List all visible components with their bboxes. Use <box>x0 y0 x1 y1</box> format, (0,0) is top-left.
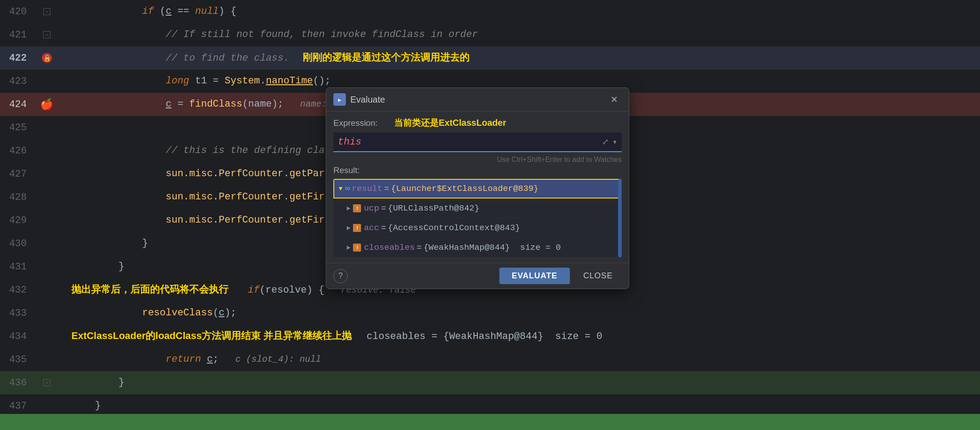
code-content-435: return c; c (slot_4): null <box>58 348 980 371</box>
code-content-436: } <box>58 371 980 394</box>
result-row-acc[interactable]: ▶ f acc = {AccessControlContext@843} <box>333 218 622 238</box>
line-number-423: 423 <box>0 76 36 87</box>
tree-expand-acc[interactable]: ▶ <box>347 224 350 232</box>
tree-expand-root[interactable]: ▼ <box>339 185 342 192</box>
dialog-title-text: Evaluate <box>350 95 385 105</box>
evaluate-dialog: ▶ Evaluate ✕ Expression: 当前类还是ExtClassLo… <box>326 87 629 289</box>
gutter-436: – <box>36 379 58 386</box>
help-button[interactable]: ? <box>333 269 348 283</box>
gutter-424: 🍎 <box>36 98 58 111</box>
footer-buttons: EVALUATE CLOSE <box>499 268 622 284</box>
result-name-ucp: ucp <box>364 203 379 213</box>
result-row-ucp[interactable]: ▶ f ucp = {URLClassPath@842} <box>333 198 622 218</box>
close-button[interactable]: CLOSE <box>574 268 622 284</box>
gutter-422: 🔒 <box>36 53 58 63</box>
tree-expand-closeables[interactable]: ▶ <box>347 244 350 251</box>
line-number-430: 430 <box>0 238 36 249</box>
result-label: Result: <box>333 165 622 175</box>
annotation-422: 刚刚的逻辑是通过这个方法调用进去的 <box>303 52 469 63</box>
dialog-body: Expression: 当前类还是ExtClassLoader this ⤢ ▾… <box>326 112 629 263</box>
evaluate-button[interactable]: EVALUATE <box>499 268 570 284</box>
status-bar <box>0 414 980 430</box>
code-line-434: 434 ExtClassLoader的loadClass方法调用结束 并且异常继… <box>0 325 980 348</box>
fold-421[interactable]: – <box>43 31 50 38</box>
result-val-acc: {AccessControlContext@843} <box>388 223 520 233</box>
code-line-421: 421 – // If still not found, then invoke… <box>0 23 980 46</box>
annotation-432: 抛出异常后，后面的代码将不会执行 <box>71 284 228 295</box>
result-eq-closeables: = <box>416 243 421 252</box>
line-number-424: 424 <box>0 99 36 110</box>
code-content-434: ExtClassLoader的loadClass方法调用结束 并且异常继续往上抛… <box>58 324 980 348</box>
result-eq-acc: = <box>381 223 386 233</box>
result-val-root: {Launcher$ExtClassLoader@839} <box>391 184 539 194</box>
line-number-433: 433 <box>0 308 36 319</box>
line-number-436: 436 <box>0 377 36 389</box>
result-name-closeables: closeables <box>364 243 415 252</box>
result-row-root[interactable]: ▼ ∞ result = {Launcher$ExtClassLoader@83… <box>333 179 622 198</box>
expression-hint: Use Ctrl+Shift+Enter to add to Watches <box>333 154 622 165</box>
expression-annotation: 当前类还是ExtClassLoader <box>394 117 506 129</box>
result-eq-ucp: = <box>381 203 386 213</box>
code-content-421: // If still not found, then invoke findC… <box>58 23 980 46</box>
dialog-footer: ? EVALUATE CLOSE <box>326 263 629 289</box>
dialog-title-row: ▶ Evaluate <box>333 93 385 106</box>
gutter-420: – <box>36 8 58 15</box>
result-name-root: result <box>352 184 382 194</box>
code-line-436: 436 – } <box>0 371 980 394</box>
field-icon-acc: f <box>353 224 361 232</box>
result-tree: ▼ ∞ result = {Launcher$ExtClassLoader@83… <box>333 179 622 257</box>
line-number-434: 434 <box>0 331 36 342</box>
line-number-420: 420 <box>0 6 36 17</box>
scrollbar[interactable] <box>618 179 622 257</box>
code-line-433: 433 resolveClass(c); <box>0 302 980 325</box>
line-number-426: 426 <box>0 145 36 157</box>
breakpoint-422[interactable]: 🔒 <box>42 53 52 63</box>
code-line-422: 422 🔒 // to find the class. 刚刚的逻辑是通过这个方法… <box>0 46 980 70</box>
code-content-433: resolveClass(c); <box>58 302 980 325</box>
code-content-420: if (c == null) { <box>58 0 980 23</box>
expression-input-text: this <box>338 136 361 148</box>
evaluate-dialog-icon: ▶ <box>333 93 346 106</box>
code-line-420: 420 – if (c == null) { <box>0 0 980 23</box>
line-number-431: 431 <box>0 261 36 273</box>
line-number-435: 435 <box>0 354 36 365</box>
line-number-425: 425 <box>0 122 36 133</box>
result-val-ucp: {URLClassPath@842} <box>388 203 479 213</box>
field-icon-closeables: f <box>353 244 361 252</box>
infinity-icon: ∞ <box>345 184 350 193</box>
dropdown-icon[interactable]: ▾ <box>612 137 617 147</box>
expression-row: Expression: 当前类还是ExtClassLoader <box>333 117 622 129</box>
expression-label: Expression: <box>333 118 387 128</box>
debug-arrow-424: 🍎 <box>40 98 54 111</box>
tree-expand-ucp[interactable]: ▶ <box>347 204 350 212</box>
line-number-421: 421 <box>0 29 36 41</box>
result-val-closeables: {WeakHashMap@844} size = 0 <box>424 243 561 252</box>
dialog-header: ▶ Evaluate ✕ <box>326 88 629 112</box>
line-number-427: 427 <box>0 169 36 180</box>
line-number-432: 432 <box>0 285 36 296</box>
line-number-428: 428 <box>0 192 36 203</box>
code-content-422: // to find the class. 刚刚的逻辑是通过这个方法调用进去的 <box>58 46 980 70</box>
input-icons: ⤢ ▾ <box>602 137 617 147</box>
result-eq-root: = <box>384 184 389 194</box>
svg-text:▶: ▶ <box>338 97 341 103</box>
dialog-close-button[interactable]: ✕ <box>607 92 622 107</box>
line-number-422: 422 <box>0 53 36 64</box>
gutter-421: – <box>36 31 58 38</box>
code-editor: 420 – if (c == null) { 421 – // If still… <box>0 0 980 430</box>
code-line-435: 435 return c; c (slot_4): null <box>0 348 980 371</box>
fold-436[interactable]: – <box>43 379 50 386</box>
result-row-closeables[interactable]: ▶ f closeables = {WeakHashMap@844} size … <box>333 238 622 257</box>
expand-icon[interactable]: ⤢ <box>602 137 609 147</box>
expression-input-area[interactable]: this ⤢ ▾ <box>333 132 622 152</box>
line-number-429: 429 <box>0 215 36 226</box>
line-number-437: 437 <box>0 401 36 412</box>
result-name-acc: acc <box>364 223 379 233</box>
field-icon-ucp: f <box>353 204 361 212</box>
fold-420[interactable]: – <box>43 8 50 15</box>
annotation-434: ExtClassLoader的loadClass方法调用结束 并且异常继续往上抛 <box>71 330 352 341</box>
result-container: ▼ ∞ result = {Launcher$ExtClassLoader@83… <box>333 179 622 257</box>
